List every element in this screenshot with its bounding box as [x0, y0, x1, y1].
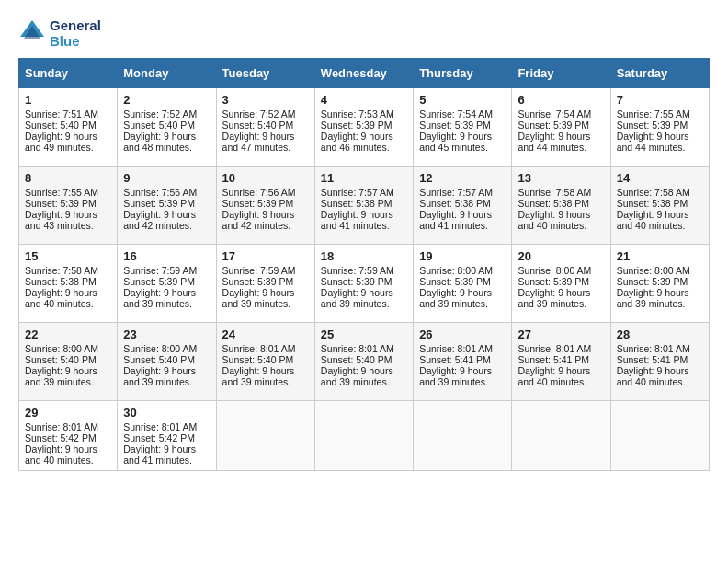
sunrise-text: Sunrise: 7:58 AM	[518, 187, 604, 198]
calendar-day-cell: 24Sunrise: 8:01 AMSunset: 5:40 PMDayligh…	[216, 323, 314, 401]
calendar-day-cell: 21Sunrise: 8:00 AMSunset: 5:39 PMDayligh…	[610, 245, 709, 323]
sunset-text: Sunset: 5:41 PM	[617, 354, 703, 365]
daylight-text: Daylight: 9 hours and 42 minutes.	[123, 209, 210, 231]
calendar-day-cell: 20Sunrise: 8:00 AMSunset: 5:39 PMDayligh…	[512, 245, 610, 323]
calendar-day-cell: 14Sunrise: 7:58 AMSunset: 5:38 PMDayligh…	[610, 167, 709, 245]
daylight-text: Daylight: 9 hours and 49 minutes.	[25, 131, 111, 153]
calendar-day-cell: 2Sunrise: 7:52 AMSunset: 5:40 PMDaylight…	[118, 88, 216, 167]
daylight-text: Daylight: 9 hours and 40 minutes.	[518, 365, 604, 387]
calendar-day-cell: 13Sunrise: 7:58 AMSunset: 5:38 PMDayligh…	[512, 167, 610, 245]
day-number: 6	[518, 93, 604, 107]
daylight-text: Daylight: 9 hours and 46 minutes.	[321, 131, 407, 153]
sunrise-text: Sunrise: 8:00 AM	[518, 265, 604, 276]
sunrise-text: Sunrise: 7:53 AM	[321, 109, 407, 120]
daylight-text: Daylight: 9 hours and 39 minutes.	[419, 365, 506, 387]
day-number: 17	[222, 249, 309, 263]
day-number: 13	[518, 171, 604, 185]
calendar-day-cell	[314, 401, 413, 471]
daylight-text: Daylight: 9 hours and 42 minutes.	[222, 209, 309, 231]
calendar-week-row: 15Sunrise: 7:58 AMSunset: 5:38 PMDayligh…	[19, 245, 710, 323]
sunset-text: Sunset: 5:39 PM	[222, 276, 309, 287]
calendar-header-row: SundayMondayTuesdayWednesdayThursdayFrid…	[19, 59, 710, 88]
daylight-text: Daylight: 9 hours and 40 minutes.	[25, 287, 111, 309]
sunset-text: Sunset: 5:38 PM	[518, 198, 604, 209]
calendar-day-cell: 27Sunrise: 8:01 AMSunset: 5:41 PMDayligh…	[512, 323, 610, 401]
sunset-text: Sunset: 5:39 PM	[617, 276, 703, 287]
sunrise-text: Sunrise: 8:01 AM	[123, 421, 210, 432]
sunset-text: Sunset: 5:38 PM	[419, 198, 506, 209]
sunrise-text: Sunrise: 7:55 AM	[617, 109, 703, 120]
sunrise-text: Sunrise: 7:59 AM	[321, 265, 407, 276]
calendar-day-cell: 17Sunrise: 7:59 AMSunset: 5:39 PMDayligh…	[216, 245, 314, 323]
daylight-text: Daylight: 9 hours and 39 minutes.	[321, 287, 407, 309]
sunset-text: Sunset: 5:42 PM	[25, 432, 111, 443]
sunrise-text: Sunrise: 7:55 AM	[25, 187, 111, 198]
calendar-day-cell: 15Sunrise: 7:58 AMSunset: 5:38 PMDayligh…	[19, 245, 118, 323]
calendar-day-cell: 25Sunrise: 8:01 AMSunset: 5:40 PMDayligh…	[314, 323, 413, 401]
sunrise-text: Sunrise: 8:00 AM	[123, 343, 210, 354]
sunset-text: Sunset: 5:39 PM	[123, 198, 210, 209]
sunrise-text: Sunrise: 7:59 AM	[123, 265, 210, 276]
day-number: 12	[419, 171, 506, 185]
sunrise-text: Sunrise: 8:01 AM	[321, 343, 407, 354]
day-number: 27	[518, 327, 604, 341]
sunrise-text: Sunrise: 8:00 AM	[419, 265, 506, 276]
daylight-text: Daylight: 9 hours and 39 minutes.	[617, 287, 703, 309]
logo-text-line1: General	[50, 18, 101, 34]
sunrise-text: Sunrise: 7:58 AM	[617, 187, 703, 198]
calendar-day-cell: 12Sunrise: 7:57 AMSunset: 5:38 PMDayligh…	[414, 167, 512, 245]
day-number: 26	[419, 327, 506, 341]
sunset-text: Sunset: 5:39 PM	[518, 120, 604, 131]
sunset-text: Sunset: 5:39 PM	[617, 120, 703, 131]
sunrise-text: Sunrise: 7:56 AM	[123, 187, 210, 198]
sunset-text: Sunset: 5:41 PM	[419, 354, 506, 365]
calendar-week-row: 29Sunrise: 8:01 AMSunset: 5:42 PMDayligh…	[19, 401, 710, 471]
calendar-day-cell: 11Sunrise: 7:57 AMSunset: 5:38 PMDayligh…	[314, 167, 413, 245]
calendar-week-row: 8Sunrise: 7:55 AMSunset: 5:39 PMDaylight…	[19, 167, 710, 245]
header-cell-wednesday: Wednesday	[314, 59, 413, 88]
calendar-week-row: 1Sunrise: 7:51 AMSunset: 5:40 PMDaylight…	[19, 88, 710, 167]
day-number: 5	[419, 93, 506, 107]
sunrise-text: Sunrise: 7:57 AM	[321, 187, 407, 198]
sunset-text: Sunset: 5:40 PM	[25, 120, 111, 131]
sunrise-text: Sunrise: 7:58 AM	[25, 265, 111, 276]
calendar-week-row: 22Sunrise: 8:00 AMSunset: 5:40 PMDayligh…	[19, 323, 710, 401]
sunset-text: Sunset: 5:39 PM	[419, 276, 506, 287]
sunset-text: Sunset: 5:40 PM	[222, 120, 309, 131]
calendar-day-cell: 26Sunrise: 8:01 AMSunset: 5:41 PMDayligh…	[414, 323, 512, 401]
daylight-text: Daylight: 9 hours and 40 minutes.	[25, 443, 111, 465]
sunrise-text: Sunrise: 8:01 AM	[617, 343, 703, 354]
calendar-day-cell	[610, 401, 709, 471]
header-cell-monday: Monday	[118, 59, 216, 88]
daylight-text: Daylight: 9 hours and 44 minutes.	[518, 131, 604, 153]
sunrise-text: Sunrise: 7:52 AM	[222, 109, 309, 120]
day-number: 24	[222, 327, 309, 341]
sunset-text: Sunset: 5:40 PM	[123, 354, 210, 365]
daylight-text: Daylight: 9 hours and 40 minutes.	[617, 209, 703, 231]
day-number: 16	[123, 249, 210, 263]
calendar-day-cell: 5Sunrise: 7:54 AMSunset: 5:39 PMDaylight…	[414, 88, 512, 167]
daylight-text: Daylight: 9 hours and 43 minutes.	[25, 209, 111, 231]
sunset-text: Sunset: 5:40 PM	[25, 354, 111, 365]
daylight-text: Daylight: 9 hours and 40 minutes.	[518, 209, 604, 231]
calendar-day-cell: 16Sunrise: 7:59 AMSunset: 5:39 PMDayligh…	[118, 245, 216, 323]
calendar-day-cell: 29Sunrise: 8:01 AMSunset: 5:42 PMDayligh…	[19, 401, 118, 471]
daylight-text: Daylight: 9 hours and 39 minutes.	[222, 365, 309, 387]
header-cell-friday: Friday	[512, 59, 610, 88]
calendar-day-cell	[414, 401, 512, 471]
daylight-text: Daylight: 9 hours and 41 minutes.	[419, 209, 506, 231]
day-number: 18	[321, 249, 407, 263]
sunrise-text: Sunrise: 7:51 AM	[25, 109, 111, 120]
daylight-text: Daylight: 9 hours and 45 minutes.	[419, 131, 506, 153]
sunrise-text: Sunrise: 8:00 AM	[25, 343, 111, 354]
sunrise-text: Sunrise: 7:59 AM	[222, 265, 309, 276]
sunrise-text: Sunrise: 7:56 AM	[222, 187, 309, 198]
daylight-text: Daylight: 9 hours and 39 minutes.	[123, 287, 210, 309]
sunset-text: Sunset: 5:39 PM	[123, 276, 210, 287]
sunrise-text: Sunrise: 7:57 AM	[419, 187, 506, 198]
daylight-text: Daylight: 9 hours and 39 minutes.	[321, 365, 407, 387]
daylight-text: Daylight: 9 hours and 48 minutes.	[123, 131, 210, 153]
header-cell-thursday: Thursday	[414, 59, 512, 88]
calendar-day-cell: 10Sunrise: 7:56 AMSunset: 5:39 PMDayligh…	[216, 167, 314, 245]
daylight-text: Daylight: 9 hours and 44 minutes.	[617, 131, 703, 153]
